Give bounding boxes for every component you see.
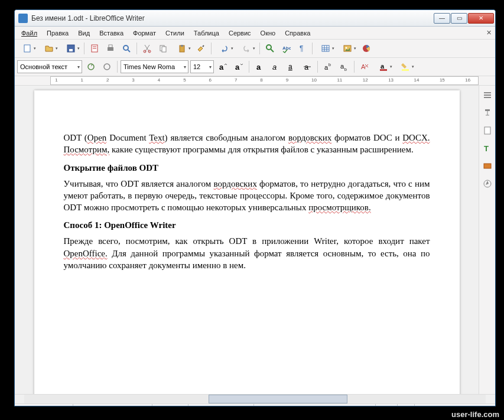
increase-font-button[interactable]: a <box>216 60 230 74</box>
menu-styles[interactable]: Стили <box>161 28 188 38</box>
svg-point-7 <box>144 50 146 53</box>
paste-button[interactable] <box>172 41 192 56</box>
svg-rect-16 <box>322 45 329 51</box>
svg-text:a: a <box>324 64 329 71</box>
menu-window[interactable]: Окно <box>256 28 280 38</box>
status-words[interactable]: 91 слов, 676 символов <box>73 404 152 406</box>
strikethrough-button[interactable]: a <box>300 60 314 74</box>
toolbar-formatting: Основной текст Times New Roma 12 a a a a… <box>15 58 495 76</box>
heading[interactable]: Открытие файлов ODT <box>64 163 430 173</box>
window-title: Без имени 1.odt - LibreOffice Writer <box>31 14 434 22</box>
paragraph-style-combo[interactable]: Основной текст <box>17 60 82 73</box>
view-book-icon[interactable]: ▯▯ <box>398 404 415 406</box>
paragraph[interactable]: Прежде всего, посмотрим, как открыть ODT… <box>64 235 430 271</box>
bold-button[interactable]: a <box>252 60 266 74</box>
document-area[interactable]: ODT (Open Document Text) является свобод… <box>15 86 479 394</box>
view-single-page-icon[interactable]: ▭ <box>360 404 376 406</box>
font-name-combo[interactable]: Times New Roma <box>121 60 188 73</box>
menu-insert[interactable]: Вставка <box>95 28 128 38</box>
paragraph[interactable]: Учитывая, что ODT является аналогом ворд… <box>64 178 430 214</box>
superscript-button[interactable]: ab <box>321 60 335 74</box>
print-preview-button[interactable] <box>119 41 134 56</box>
svg-text:a: a <box>288 63 292 71</box>
insert-table-button[interactable] <box>316 41 336 56</box>
gallery-icon[interactable] <box>482 160 493 172</box>
insert-image-button[interactable] <box>337 41 357 56</box>
svg-text:b: b <box>329 63 331 67</box>
svg-rect-4 <box>108 47 113 51</box>
highlight-color-button[interactable] <box>395 60 415 74</box>
svg-text:a: a <box>256 63 261 71</box>
svg-point-21 <box>104 64 110 70</box>
save-button[interactable] <box>61 41 81 56</box>
italic-button[interactable]: a <box>268 60 282 74</box>
app-icon <box>18 14 28 23</box>
svg-rect-2 <box>69 49 73 51</box>
clear-formatting-button[interactable]: A <box>357 60 372 74</box>
horizontal-ruler[interactable]: 112 345 678 91011 121314 1516 <box>15 76 495 86</box>
svg-rect-5 <box>109 45 112 47</box>
page[interactable]: ODT (Open Document Text) является свобод… <box>34 90 460 394</box>
svg-rect-39 <box>484 164 491 168</box>
svg-rect-10 <box>162 47 166 52</box>
heading[interactable]: Способ 1: OpenOffice Writer <box>64 220 430 230</box>
page-icon[interactable] <box>482 125 493 136</box>
copy-button[interactable] <box>156 41 170 56</box>
svg-rect-34 <box>380 69 387 71</box>
insert-chart-button[interactable] <box>359 41 373 56</box>
svg-rect-0 <box>24 45 30 52</box>
svg-text:a: a <box>340 63 344 70</box>
undo-button[interactable] <box>214 41 235 56</box>
properties-icon[interactable] <box>482 107 493 119</box>
decrease-font-button[interactable]: a <box>232 60 246 74</box>
status-language[interactable]: Английский (США) <box>188 404 254 406</box>
maximize-button[interactable]: ▭ <box>451 13 467 24</box>
find-replace-button[interactable] <box>263 41 277 56</box>
status-style[interactable]: Базовый <box>152 404 188 406</box>
view-multi-page-icon[interactable]: ▭▭ <box>376 404 398 406</box>
navigator-icon[interactable] <box>482 178 493 190</box>
export-pdf-button[interactable] <box>87 41 102 56</box>
open-button[interactable] <box>39 41 59 56</box>
document-close-button[interactable]: ✕ <box>485 29 493 37</box>
svg-point-13 <box>266 45 271 50</box>
menu-tools[interactable]: Сервис <box>225 28 255 38</box>
font-size-combo[interactable]: 12 <box>190 60 214 73</box>
svg-rect-12 <box>181 45 183 47</box>
horizontal-scrollbar[interactable] <box>15 394 495 403</box>
status-page[interactable]: Страница 1 из 1 <box>15 404 73 406</box>
svg-text:a: a <box>219 63 224 71</box>
new-style-button[interactable] <box>100 60 114 74</box>
spellcheck-button[interactable]: Abc <box>279 41 293 56</box>
minimize-button[interactable]: — <box>434 13 450 24</box>
styles-icon[interactable]: T <box>482 142 493 154</box>
cut-button[interactable] <box>140 41 154 56</box>
svg-text:¶: ¶ <box>300 44 303 53</box>
svg-text:a: a <box>272 63 277 71</box>
watermark: user-life.com <box>451 410 499 419</box>
new-button[interactable] <box>17 41 37 56</box>
svg-point-8 <box>148 50 151 53</box>
menu-file[interactable]: Файл <box>17 28 41 38</box>
menu-table[interactable]: Таблица <box>190 28 223 38</box>
svg-rect-37 <box>485 127 490 134</box>
print-button[interactable] <box>103 41 118 56</box>
menu-format[interactable]: Формат <box>129 28 160 38</box>
close-button[interactable]: ✕ <box>468 13 494 24</box>
subscript-button[interactable]: ab <box>337 60 351 74</box>
app-window: Без имени 1.odt - LibreOffice Writer — ▭… <box>14 9 496 406</box>
sidebar-menu-icon[interactable] <box>482 89 493 101</box>
menu-edit[interactable]: Правка <box>43 28 73 38</box>
svg-text:b: b <box>344 67 347 71</box>
menu-help[interactable]: Справка <box>281 28 314 38</box>
update-style-button[interactable] <box>84 60 98 74</box>
toolbar-standard: Abc ¶ <box>15 40 495 58</box>
svg-text:A: A <box>361 63 366 70</box>
format-paintbrush-button[interactable] <box>194 41 208 56</box>
font-color-button[interactable]: a <box>373 60 394 74</box>
menu-view[interactable]: Вид <box>74 28 94 38</box>
redo-button[interactable] <box>236 41 256 56</box>
underline-button[interactable]: a <box>284 60 298 74</box>
paragraph[interactable]: ODT (Open Document Text) является свобод… <box>64 132 430 156</box>
formatting-marks-button[interactable]: ¶ <box>295 41 309 56</box>
